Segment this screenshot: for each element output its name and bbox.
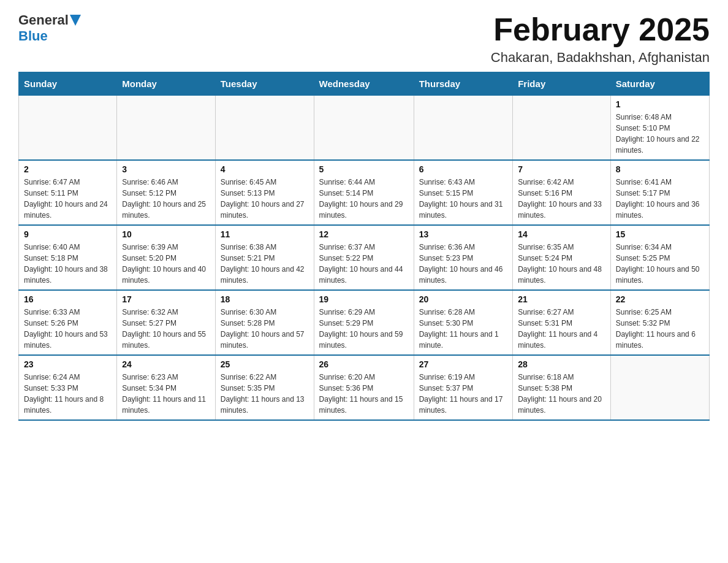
calendar-day-cell: 13Sunrise: 6:36 AMSunset: 5:23 PMDayligh… [414,225,513,290]
day-info: Sunrise: 6:41 AMSunset: 5:17 PMDaylight:… [616,177,704,221]
calendar-day-cell: 17Sunrise: 6:32 AMSunset: 5:27 PMDayligh… [117,290,216,355]
calendar-day-cell: 14Sunrise: 6:35 AMSunset: 5:24 PMDayligh… [513,225,611,290]
calendar-day-cell: 20Sunrise: 6:28 AMSunset: 5:30 PMDayligh… [414,290,513,355]
day-number: 14 [518,229,605,239]
day-info: Sunrise: 6:46 AMSunset: 5:12 PMDaylight:… [122,177,210,221]
day-number: 28 [518,359,605,369]
calendar-day-cell: 4Sunrise: 6:45 AMSunset: 5:13 PMDaylight… [215,160,314,225]
day-info: Sunrise: 6:28 AMSunset: 5:30 PMDaylight:… [419,307,508,351]
day-number: 9 [24,229,112,239]
day-info: Sunrise: 6:24 AMSunset: 5:33 PMDaylight:… [24,372,112,416]
calendar-day-cell: 28Sunrise: 6:18 AMSunset: 5:38 PMDayligh… [513,355,611,420]
day-number: 7 [518,164,605,174]
day-info: Sunrise: 6:19 AMSunset: 5:37 PMDaylight:… [419,372,508,416]
calendar-day-cell: 24Sunrise: 6:23 AMSunset: 5:34 PMDayligh… [117,355,216,420]
day-number: 1 [616,99,704,109]
day-info: Sunrise: 6:39 AMSunset: 5:20 PMDaylight:… [122,242,210,286]
svg-marker-0 [70,15,81,26]
day-number: 24 [122,359,210,369]
calendar-week-row: 2Sunrise: 6:47 AMSunset: 5:11 PMDaylight… [19,160,710,225]
calendar-header: SundayMondayTuesdayWednesdayThursdayFrid… [19,72,710,96]
calendar-day-cell: 22Sunrise: 6:25 AMSunset: 5:32 PMDayligh… [610,290,709,355]
day-number: 11 [221,229,309,239]
day-number: 2 [24,164,112,174]
day-info: Sunrise: 6:45 AMSunset: 5:13 PMDaylight:… [221,177,309,221]
day-info: Sunrise: 6:30 AMSunset: 5:28 PMDaylight:… [221,307,309,351]
day-number: 23 [24,359,112,369]
day-info: Sunrise: 6:48 AMSunset: 5:10 PMDaylight:… [616,112,704,156]
calendar-day-cell: 3Sunrise: 6:46 AMSunset: 5:12 PMDaylight… [117,160,216,225]
logo-general-text: General [18,12,69,28]
col-header-wednesday: Wednesday [314,72,414,96]
day-number: 3 [122,164,210,174]
day-number: 26 [319,359,409,369]
day-number: 12 [319,229,409,239]
day-info: Sunrise: 6:42 AMSunset: 5:16 PMDaylight:… [518,177,605,221]
logo-triangle-icon [70,15,81,26]
day-number: 20 [419,294,508,304]
day-number: 13 [419,229,508,239]
day-info: Sunrise: 6:35 AMSunset: 5:24 PMDaylight:… [518,242,605,286]
calendar-week-row: 23Sunrise: 6:24 AMSunset: 5:33 PMDayligh… [19,355,710,420]
calendar-day-cell [513,96,611,161]
calendar-day-cell: 19Sunrise: 6:29 AMSunset: 5:29 PMDayligh… [314,290,414,355]
col-header-monday: Monday [117,72,216,96]
calendar-day-cell: 15Sunrise: 6:34 AMSunset: 5:25 PMDayligh… [610,225,709,290]
day-info: Sunrise: 6:34 AMSunset: 5:25 PMDaylight:… [616,242,704,286]
day-info: Sunrise: 6:38 AMSunset: 5:21 PMDaylight:… [221,242,309,286]
calendar-week-row: 9Sunrise: 6:40 AMSunset: 5:18 PMDaylight… [19,225,710,290]
day-number: 5 [319,164,409,174]
col-header-friday: Friday [513,72,611,96]
day-info: Sunrise: 6:37 AMSunset: 5:22 PMDaylight:… [319,242,409,286]
day-info: Sunrise: 6:43 AMSunset: 5:15 PMDaylight:… [419,177,508,221]
day-number: 27 [419,359,508,369]
calendar-day-cell [19,96,117,161]
calendar-table: SundayMondayTuesdayWednesdayThursdayFrid… [18,72,710,421]
title-block: February 2025 Chakaran, Badakhshan, Afgh… [491,12,710,66]
calendar-day-cell: 7Sunrise: 6:42 AMSunset: 5:16 PMDaylight… [513,160,611,225]
day-number: 8 [616,164,704,174]
day-info: Sunrise: 6:36 AMSunset: 5:23 PMDaylight:… [419,242,508,286]
day-info: Sunrise: 6:44 AMSunset: 5:14 PMDaylight:… [319,177,409,221]
calendar-day-cell: 16Sunrise: 6:33 AMSunset: 5:26 PMDayligh… [19,290,117,355]
day-number: 17 [122,294,210,304]
calendar-day-cell: 25Sunrise: 6:22 AMSunset: 5:35 PMDayligh… [215,355,314,420]
day-info: Sunrise: 6:22 AMSunset: 5:35 PMDaylight:… [221,372,309,416]
day-number: 22 [616,294,704,304]
col-header-tuesday: Tuesday [215,72,314,96]
day-number: 6 [419,164,508,174]
day-number: 19 [319,294,409,304]
day-info: Sunrise: 6:23 AMSunset: 5:34 PMDaylight:… [122,372,210,416]
calendar-day-cell: 27Sunrise: 6:19 AMSunset: 5:37 PMDayligh… [414,355,513,420]
day-info: Sunrise: 6:40 AMSunset: 5:18 PMDaylight:… [24,242,112,286]
calendar-day-cell: 11Sunrise: 6:38 AMSunset: 5:21 PMDayligh… [215,225,314,290]
day-info: Sunrise: 6:47 AMSunset: 5:11 PMDaylight:… [24,177,112,221]
day-info: Sunrise: 6:20 AMSunset: 5:36 PMDaylight:… [319,372,409,416]
calendar-day-cell: 5Sunrise: 6:44 AMSunset: 5:14 PMDaylight… [314,160,414,225]
logo: General Blue [18,12,81,44]
calendar-day-cell: 10Sunrise: 6:39 AMSunset: 5:20 PMDayligh… [117,225,216,290]
calendar-day-cell: 21Sunrise: 6:27 AMSunset: 5:31 PMDayligh… [513,290,611,355]
day-number: 15 [616,229,704,239]
calendar-day-cell [414,96,513,161]
col-header-saturday: Saturday [610,72,709,96]
calendar-day-cell: 8Sunrise: 6:41 AMSunset: 5:17 PMDaylight… [610,160,709,225]
day-info: Sunrise: 6:29 AMSunset: 5:29 PMDaylight:… [319,307,409,351]
day-number: 21 [518,294,605,304]
page-subtitle: Chakaran, Badakhshan, Afghanistan [491,50,710,66]
calendar-week-row: 16Sunrise: 6:33 AMSunset: 5:26 PMDayligh… [19,290,710,355]
day-number: 18 [221,294,309,304]
day-number: 10 [122,229,210,239]
calendar-day-cell [314,96,414,161]
logo-blue-text: Blue [18,28,48,44]
day-info: Sunrise: 6:32 AMSunset: 5:27 PMDaylight:… [122,307,210,351]
day-number: 16 [24,294,112,304]
day-number: 25 [221,359,309,369]
day-info: Sunrise: 6:27 AMSunset: 5:31 PMDaylight:… [518,307,605,351]
page-header: General Blue February 2025 Chakaran, Bad… [18,12,710,66]
calendar-day-cell: 12Sunrise: 6:37 AMSunset: 5:22 PMDayligh… [314,225,414,290]
page-title: February 2025 [491,12,710,47]
calendar-day-cell [117,96,216,161]
calendar-week-row: 1Sunrise: 6:48 AMSunset: 5:10 PMDaylight… [19,96,710,161]
calendar-day-cell: 9Sunrise: 6:40 AMSunset: 5:18 PMDaylight… [19,225,117,290]
